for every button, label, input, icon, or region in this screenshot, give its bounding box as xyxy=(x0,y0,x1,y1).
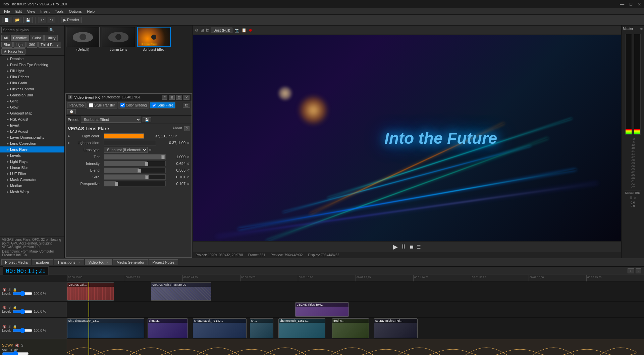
master-bus-close[interactable]: ✕ xyxy=(634,196,636,199)
plugin-film-effects[interactable]: ▶Film Effects xyxy=(0,74,64,80)
track-1-solo[interactable]: S xyxy=(8,287,11,292)
pause-btn[interactable]: ⏸ xyxy=(400,243,407,250)
lens-flare-checkbox[interactable] xyxy=(152,103,156,107)
plugin-median[interactable]: ▶Median xyxy=(0,183,64,189)
blend-reset[interactable]: ↺ xyxy=(187,169,190,172)
preview-snap-btn[interactable]: 📷 xyxy=(234,28,239,33)
track-2-mute[interactable]: 🔇 xyxy=(2,305,7,310)
expand-light-color[interactable]: ▶ xyxy=(68,134,70,138)
tab-project-media[interactable]: Project Media xyxy=(1,259,31,265)
blend-slider-track[interactable] xyxy=(104,168,166,173)
tint-reset[interactable]: ↺ xyxy=(187,155,190,159)
transitions-close[interactable]: ✕ xyxy=(78,261,80,264)
fx-tab-lens-flare[interactable]: Lens Flare xyxy=(150,102,175,108)
track-1-mute[interactable]: 🔇 xyxy=(2,287,7,292)
clip-sh-1[interactable]: sh... shutterstock_13... xyxy=(67,318,144,338)
preset-sunburst[interactable]: ✦ Lens Flare Sunburst Effect xyxy=(137,27,171,91)
track-2-solo[interactable]: S xyxy=(8,305,11,310)
menu-options[interactable]: Options xyxy=(66,9,85,13)
preview-quality-select[interactable]: Best (Full) xyxy=(211,28,232,33)
fx-keyframe-btn[interactable]: ⌚ xyxy=(67,109,76,114)
clip-sh-4[interactable]: sh... xyxy=(250,318,273,338)
tab-light[interactable]: Light xyxy=(13,42,26,48)
clip-sh-2[interactable]: shutter... xyxy=(148,318,188,338)
perspective-slider-track[interactable] xyxy=(104,181,166,186)
videofx-close[interactable]: ✕ xyxy=(106,261,109,264)
plugin-levels[interactable]: ▶Levels xyxy=(0,152,64,159)
size-reset[interactable]: ↺ xyxy=(187,175,190,179)
fx-tab-color-grading[interactable]: Color Grading xyxy=(118,102,149,108)
tab-third-party[interactable]: Third Party xyxy=(38,42,61,48)
save-btn[interactable]: 💾 xyxy=(23,17,33,23)
play-btn[interactable]: ▶ xyxy=(393,243,398,251)
master-fx-icon[interactable]: fx xyxy=(640,27,643,31)
menu-insert[interactable]: Insert xyxy=(38,9,52,13)
tab-color[interactable]: Color xyxy=(30,35,43,41)
clip-sh-5[interactable]: shutterstock_12614... xyxy=(278,318,325,338)
plugin-gaussian-blur[interactable]: ▶Gaussian Blur xyxy=(0,92,64,98)
tab-all[interactable]: All xyxy=(1,35,10,41)
plugin-lens-correction[interactable]: ▶Lens Correction xyxy=(0,140,64,146)
search-input[interactable] xyxy=(1,27,48,33)
tab-explorer[interactable]: Explorer xyxy=(32,259,53,265)
tab-utility[interactable]: Utility xyxy=(44,35,58,41)
tint-slider-track[interactable] xyxy=(104,154,166,160)
light-color-swatch[interactable] xyxy=(104,133,144,139)
fx-animate-btn[interactable]: fx xyxy=(183,103,190,108)
undo-btn[interactable]: ↩ xyxy=(39,17,46,23)
menu-btn[interactable]: ☰ xyxy=(417,244,421,250)
clip-fredric[interactable]: fredric... xyxy=(332,318,369,338)
plugin-light-rays[interactable]: ▶Light Rays xyxy=(0,159,64,165)
tab-blur[interactable]: Blur xyxy=(1,42,13,48)
fx-tab-pancrop[interactable]: Pan/Crop xyxy=(67,102,86,108)
tab-transitions[interactable]: Transitions ✕ xyxy=(54,259,84,265)
plugin-mesh-warp[interactable]: ▶Mesh Warp xyxy=(0,189,64,195)
timeline-zoom-out[interactable]: - xyxy=(636,268,641,273)
tint-slider-thumb[interactable] xyxy=(161,155,165,159)
new-btn[interactable]: 📄 xyxy=(2,17,11,23)
tab-project-notes[interactable]: Project Notes xyxy=(149,259,178,265)
preset-select[interactable]: Sunburst Effect (Default) 35mm Lens xyxy=(81,117,141,123)
track-3-level-slider[interactable] xyxy=(12,329,33,332)
style-transfer-checkbox[interactable] xyxy=(89,103,93,107)
fx-close-btn[interactable]: ✕ xyxy=(183,95,190,100)
tab-creative[interactable]: Creative xyxy=(11,35,29,41)
track-1-level-slider[interactable] xyxy=(12,292,33,295)
color-grading-checkbox[interactable] xyxy=(120,103,125,107)
clip-sh-3[interactable]: shutterstock_71142... xyxy=(193,318,247,338)
fx-tab-style-transfer[interactable]: Style Transfer xyxy=(87,102,117,108)
help-button[interactable]: ? xyxy=(184,126,190,131)
plugin-denoise[interactable]: ▶Denoise xyxy=(0,56,64,62)
intensity-slider-track[interactable] xyxy=(104,161,166,166)
master-bus-expand[interactable]: ⊞ xyxy=(630,196,632,199)
plugin-film-grain[interactable]: ▶Film Grain xyxy=(0,80,64,86)
search-icon[interactable]: 🔍 xyxy=(49,28,54,32)
preset-35mm[interactable]: 35mm Lens xyxy=(102,27,135,91)
light-position-reset[interactable]: ↺ xyxy=(187,141,190,145)
plugin-gradient-map[interactable]: ▶Gradient Map xyxy=(0,110,64,116)
lens-type-reset[interactable]: ↺ xyxy=(149,148,152,152)
blend-slider-thumb[interactable] xyxy=(138,169,141,173)
audio-solo[interactable]: S xyxy=(21,343,24,348)
save-preset-btn[interactable]: 💾 xyxy=(143,117,151,122)
clip-sourav[interactable]: sourav-mishra-P6i... xyxy=(374,318,418,338)
plugin-fill-light[interactable]: ▶Fill Light xyxy=(0,68,64,74)
plugin-lab-adjust[interactable]: ▶LAB Adjust xyxy=(0,128,64,134)
fx-expand-btn[interactable]: ⊡ xyxy=(176,95,182,100)
track-2-level-slider[interactable] xyxy=(12,310,33,313)
plugin-glow[interactable]: ▶Glow xyxy=(0,104,64,110)
audio-mute[interactable]: 🔇 xyxy=(15,343,19,348)
size-slider-thumb[interactable] xyxy=(145,175,149,179)
open-btn[interactable]: 📂 xyxy=(13,17,22,23)
tab-media-generator[interactable]: Media Generator xyxy=(113,259,148,265)
plugin-hsl-adjust[interactable]: ▶HSL Adjust xyxy=(0,116,64,122)
preview-fx-btn[interactable]: fx xyxy=(206,28,209,33)
maximize-btn[interactable]: □ xyxy=(630,2,632,7)
clip-vegas-col[interactable]: VEGAS Col... xyxy=(67,282,114,301)
window-controls[interactable]: — □ ✕ xyxy=(620,2,641,7)
about-button[interactable]: About xyxy=(172,126,182,131)
timeline-zoom-in[interactable]: + xyxy=(628,268,634,273)
plugin-lut-filter[interactable]: ▶LUT Filter xyxy=(0,171,64,177)
stop-btn[interactable]: ⏹ xyxy=(409,244,414,250)
tab-video-fx[interactable]: Video FX ✕ xyxy=(85,259,112,265)
